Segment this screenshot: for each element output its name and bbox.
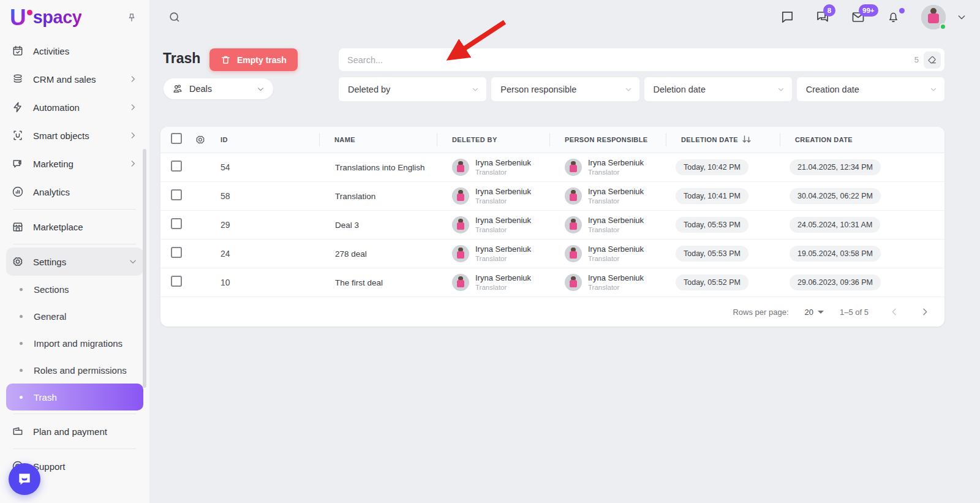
sidebar-item-label: Support: [33, 461, 137, 472]
person-name: Iryna Serbeniuk: [475, 158, 531, 168]
creation-date-badge: 21.04.2025, 12:34 PM: [790, 159, 881, 175]
person-name: Iryna Serbeniuk: [475, 216, 531, 225]
row-checkbox[interactable]: [171, 247, 182, 258]
table-header-row: ID NAME DELETED BY PERSON RESPONSIBLE DE…: [160, 127, 944, 153]
row-checkbox[interactable]: [171, 276, 182, 287]
creation-date-badge: 29.06.2023, 09:36 PM: [790, 274, 881, 290]
filter-person-responsible[interactable]: Person responsible: [491, 77, 639, 101]
avatar: [565, 216, 582, 233]
creation-date-badge: 24.05.2024, 10:31 AM: [790, 217, 880, 233]
support-chat-bubble[interactable]: [9, 463, 40, 495]
sidebar-item-general[interactable]: General: [6, 303, 143, 330]
sidebar-subitem-label: Import and migrations: [34, 338, 123, 349]
table-row[interactable]: 54 Translations into English Iryna Serbe…: [160, 153, 944, 182]
bell-icon[interactable]: [886, 10, 900, 24]
clear-search-button[interactable]: [924, 51, 941, 69]
main-area: 8 99+: [149, 0, 980, 503]
chevron-right-icon: [129, 131, 137, 140]
group-chats-icon[interactable]: 8: [815, 10, 830, 25]
chevron-down-icon: [930, 86, 937, 93]
sidebar-item-marketing[interactable]: Marketing: [6, 149, 143, 178]
avatar: [452, 245, 469, 262]
sidebar-item-sections[interactable]: Sections: [6, 276, 143, 303]
sidebar-nav: Activities CRM and sales Automation: [0, 32, 149, 480]
row-name[interactable]: Translation: [319, 192, 437, 201]
crm-stack-icon: [11, 72, 24, 86]
sidebar-item-analytics[interactable]: Analytics: [6, 178, 143, 206]
table-settings-gear-icon[interactable]: [187, 134, 221, 145]
chat-icon[interactable]: [780, 10, 794, 24]
sort-descending-icon: [742, 135, 752, 144]
account-menu[interactable]: [921, 5, 967, 29]
sidebar-item-settings[interactable]: Settings: [6, 248, 143, 276]
deals-icon: [172, 83, 183, 94]
trash-search-bar: 5: [339, 48, 944, 71]
column-header-deleted-by[interactable]: DELETED BY: [437, 133, 549, 146]
smart-objects-icon: [11, 129, 24, 142]
avatar: [565, 187, 582, 205]
gear-icon: [11, 255, 24, 268]
trash-table: ID NAME DELETED BY PERSON RESPONSIBLE DE…: [160, 127, 944, 327]
column-header-id[interactable]: ID: [221, 136, 319, 143]
sidebar-item-automation[interactable]: Automation: [6, 93, 143, 121]
table-row[interactable]: 29 Deal 3 Iryna SerbeniukTranslator Iryn…: [160, 211, 944, 240]
filter-label: Creation date: [806, 85, 930, 94]
column-header-deletion-date[interactable]: DELETION DATE: [666, 133, 780, 146]
search-input[interactable]: [347, 55, 914, 65]
row-name[interactable]: 278 deal: [319, 249, 437, 259]
row-name[interactable]: The first deal: [319, 278, 437, 287]
filter-deletion-date[interactable]: Deletion date: [644, 77, 792, 101]
person-name: Iryna Serbeniuk: [475, 244, 531, 254]
deleted-by-cell: Iryna SerbeniukTranslator: [437, 158, 549, 177]
rows-per-page-value: 20: [805, 308, 813, 317]
next-page-button[interactable]: [920, 307, 930, 317]
table-row[interactable]: 24 278 deal Iryna SerbeniukTranslator Ir…: [160, 240, 944, 268]
column-header-name[interactable]: NAME: [319, 133, 437, 146]
deletion-date-badge: Today, 05:53 PM: [676, 246, 748, 262]
column-header-person-responsible[interactable]: PERSON RESPONSIBLE: [549, 133, 666, 146]
person-name: Iryna Serbeniuk: [475, 273, 531, 283]
analytics-icon: [11, 185, 24, 199]
row-checkbox[interactable]: [171, 161, 182, 172]
table-row[interactable]: 58 Translation Iryna SerbeniukTranslator…: [160, 182, 944, 211]
person-responsible-cell: Iryna SerbeniukTranslator: [549, 244, 666, 263]
person-responsible-cell: Iryna SerbeniukTranslator: [549, 158, 666, 177]
divider: [13, 209, 136, 210]
pin-sidebar-icon[interactable]: [126, 12, 137, 23]
sidebar-item-label: Marketing: [33, 159, 129, 169]
mail-icon[interactable]: 99+: [851, 10, 865, 25]
row-name[interactable]: Deal 3: [319, 221, 437, 230]
sidebar-item-smart-objects[interactable]: Smart objects: [6, 121, 143, 149]
row-checkbox[interactable]: [171, 189, 182, 200]
select-all-checkbox[interactable]: [171, 133, 182, 144]
sidebar-item-crm[interactable]: CRM and sales: [6, 65, 143, 93]
deletion-date-badge: Today, 05:53 PM: [676, 217, 748, 233]
app-window: U spacy Activities CRM and sales: [0, 0, 980, 503]
uspacy-logo[interactable]: U spacy: [10, 7, 81, 29]
sidebar-item-plan-payment[interactable]: Plan and payment: [6, 417, 143, 445]
table-pagination: Rows per page: 20 1–5 of 5: [160, 297, 944, 327]
entity-selector-dropdown[interactable]: Deals: [164, 78, 273, 99]
person-name: Iryna Serbeniuk: [588, 187, 644, 197]
chevron-down-icon: [777, 86, 785, 93]
chevron-down-icon: [625, 86, 632, 93]
filter-creation-date[interactable]: Creation date: [797, 77, 944, 101]
empty-trash-button[interactable]: Empty trash: [209, 48, 298, 71]
row-checkbox[interactable]: [171, 218, 182, 229]
sidebar-item-marketplace[interactable]: Marketplace: [6, 213, 143, 241]
previous-page-button[interactable]: [889, 307, 899, 317]
rows-per-page-select[interactable]: 20: [805, 308, 824, 317]
sidebar-item-trash[interactable]: Trash: [6, 384, 143, 410]
search-icon[interactable]: [168, 10, 181, 24]
sidebar-scrollbar[interactable]: [143, 149, 146, 388]
column-header-creation-date[interactable]: CREATION DATE: [780, 133, 944, 146]
trash-icon: [221, 55, 231, 65]
table-row[interactable]: 10 The first deal Iryna SerbeniukTransla…: [160, 268, 944, 297]
sidebar-item-activities[interactable]: Activities: [6, 37, 143, 65]
entity-selector-label: Deals: [189, 84, 257, 94]
sidebar-item-roles-permissions[interactable]: Roles and permissions: [6, 357, 143, 384]
person-role: Translator: [475, 283, 531, 292]
sidebar-item-import-migrations[interactable]: Import and migrations: [6, 330, 143, 357]
row-name[interactable]: Translations into English: [319, 163, 437, 172]
filter-deleted-by[interactable]: Deleted by: [339, 77, 486, 101]
